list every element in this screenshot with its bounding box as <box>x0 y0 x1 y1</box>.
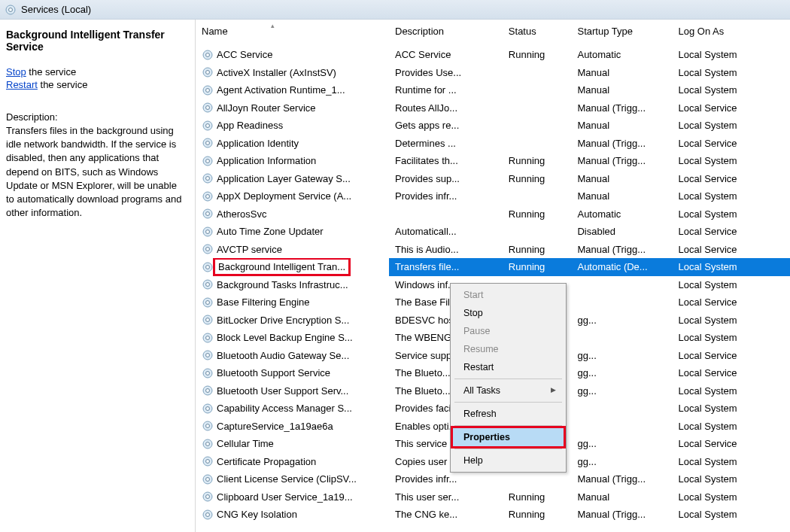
cell-desc: This is Audio... <box>389 241 503 259</box>
menu-refresh[interactable]: Refresh <box>453 405 564 423</box>
service-name-cell[interactable]: Background Tasks Infrastruc... <box>196 276 389 294</box>
table-row[interactable]: Client License Service (ClipSV...Provide… <box>196 470 790 488</box>
menu-properties[interactable]: Properties <box>453 428 564 446</box>
cell-logon: Local System <box>673 152 790 170</box>
table-row[interactable]: ActiveX Installer (AxInstSV)Provides Use… <box>196 64 790 82</box>
service-name-cell[interactable]: Cellular Time <box>196 435 389 453</box>
service-name-label: CaptureService_1a19ae6a <box>217 421 333 432</box>
gear-icon <box>202 120 214 132</box>
service-name-cell[interactable]: CNG Key Isolation <box>196 506 389 524</box>
service-name-cell[interactable]: Background Intelligent Tran... <box>196 258 389 276</box>
cell-startup <box>571 418 672 436</box>
col-description[interactable]: Description <box>389 20 503 46</box>
menu-alltasks[interactable]: All Tasks ▶ <box>453 382 564 400</box>
service-name-cell[interactable]: Bluetooth User Support Serv... <box>196 382 389 400</box>
service-name-cell[interactable]: Bluetooth Support Service <box>196 364 389 382</box>
service-name-cell[interactable]: Certificate Propagation <box>196 453 389 471</box>
table-row[interactable]: AtherosSvcRunningAutomaticLocal System <box>196 205 790 223</box>
cell-startup: gg... <box>571 435 672 453</box>
svg-point-13 <box>206 141 210 145</box>
cell-desc: Provides Use... <box>389 64 503 82</box>
service-name-cell[interactable]: Base Filtering Engine <box>196 293 389 312</box>
table-row[interactable]: Agent Activation Runtime_1...Runtime for… <box>196 81 790 99</box>
table-row[interactable]: Clipboard User Service_1a19...This user … <box>196 488 790 506</box>
cell-logon: Local System <box>673 312 790 330</box>
service-name-cell[interactable]: BitLocker Drive Encryption S... <box>196 312 389 330</box>
service-name-cell[interactable]: Application Identity <box>196 135 389 153</box>
cell-logon: Local Service <box>673 364 790 382</box>
stop-link[interactable]: Stop <box>6 66 26 78</box>
cell-desc: Automaticall... <box>389 223 503 241</box>
cell-desc: Provides infr... <box>389 470 503 488</box>
menu-help[interactable]: Help <box>453 451 564 470</box>
svg-point-45 <box>206 424 210 428</box>
cell-logon: Local Service <box>673 241 790 259</box>
svg-point-5 <box>206 71 210 74</box>
service-name-cell[interactable]: Client License Service (ClipSV... <box>196 470 389 488</box>
gear-icon <box>202 385 214 397</box>
col-startup[interactable]: Startup Type <box>571 20 672 46</box>
cell-startup <box>571 400 672 418</box>
cell-desc: Routes AllJo... <box>389 99 503 117</box>
service-name-label: BitLocker Drive Encryption S... <box>217 315 349 326</box>
restart-link[interactable]: Restart <box>6 79 38 90</box>
svg-point-23 <box>206 230 210 233</box>
menu-stop[interactable]: Stop <box>453 304 564 322</box>
service-name-label: AllJoyn Router Service <box>217 102 316 114</box>
table-row[interactable]: AllJoyn Router ServiceRoutes AllJo...Man… <box>196 99 790 117</box>
service-name-label: AtherosSvc <box>217 208 266 220</box>
service-name-cell[interactable]: Block Level Backup Engine S... <box>196 329 389 347</box>
menu-restart[interactable]: Restart <box>453 358 564 376</box>
column-headers[interactable]: Name▴ Description Status Startup Type Lo… <box>196 20 790 46</box>
service-name-cell[interactable]: App Readiness <box>196 117 389 135</box>
cell-status <box>503 117 572 135</box>
cell-startup: gg... <box>571 453 672 471</box>
table-row[interactable]: Auto Time Zone UpdaterAutomaticall...Dis… <box>196 223 790 241</box>
service-name-cell[interactable]: Capability Access Manager S... <box>196 400 389 418</box>
service-name-label: Application Layer Gateway S... <box>217 173 351 184</box>
table-row[interactable]: Application InformationFacilitates th...… <box>196 152 790 170</box>
service-name-cell[interactable]: Clipboard User Service_1a19... <box>196 488 389 506</box>
service-name-cell[interactable]: AppX Deployment Service (A... <box>196 187 389 205</box>
service-name-cell[interactable]: Bluetooth Audio Gateway Se... <box>196 347 389 365</box>
table-row[interactable]: Application Layer Gateway S...Provides s… <box>196 170 790 188</box>
menu-start[interactable]: Start <box>453 286 564 304</box>
service-name-cell[interactable]: Application Information <box>196 152 389 170</box>
gear-icon <box>202 49 214 61</box>
cell-logon: Local System <box>673 470 790 488</box>
cell-startup <box>571 293 672 312</box>
service-name-cell[interactable]: AllJoyn Router Service <box>196 99 389 117</box>
menu-pause[interactable]: Pause <box>453 322 564 340</box>
col-logon[interactable]: Log On As <box>673 20 790 46</box>
svg-point-33 <box>206 318 210 322</box>
table-row[interactable]: CNG Key IsolationThe CNG ke...RunningMan… <box>196 506 790 524</box>
cell-startup: Manual (Trigg... <box>571 99 672 117</box>
table-row[interactable]: Application IdentityDetermines ...Manual… <box>196 135 790 153</box>
table-row[interactable]: AppX Deployment Service (A...Provides in… <box>196 187 790 205</box>
table-row[interactable]: ACC ServiceACC ServiceRunningAutomaticLo… <box>196 46 790 64</box>
col-status[interactable]: Status <box>503 20 572 46</box>
service-name-cell[interactable]: AtherosSvc <box>196 205 389 223</box>
service-name-cell[interactable]: Agent Activation Runtime_1... <box>196 81 389 99</box>
services-list: Name▴ Description Status Startup Type Lo… <box>196 20 790 532</box>
table-row[interactable]: AVCTP serviceThis is Audio...RunningManu… <box>196 241 790 259</box>
table-row[interactable]: App ReadinessGets apps re...ManualLocal … <box>196 117 790 135</box>
table-row[interactable]: Background Intelligent Tran...Transfers … <box>196 258 790 276</box>
cell-startup: gg... <box>571 364 672 382</box>
service-name-cell[interactable]: ActiveX Installer (AxInstSV) <box>196 64 389 82</box>
cell-desc: Runtime for ... <box>389 81 503 99</box>
col-name[interactable]: Name▴ <box>196 20 389 46</box>
service-name-cell[interactable]: AVCTP service <box>196 241 389 259</box>
service-name-cell[interactable]: CaptureService_1a19ae6a <box>196 418 389 436</box>
selected-service-title: Background Intelligent Transfer Service <box>6 29 186 53</box>
service-name-label: AppX Deployment Service (A... <box>217 190 351 202</box>
svg-point-27 <box>206 265 210 269</box>
cell-desc: The CNG ke... <box>389 506 503 524</box>
svg-point-31 <box>206 300 210 304</box>
gear-icon <box>202 137 214 149</box>
service-name-cell[interactable]: ACC Service <box>196 46 389 64</box>
service-name-cell[interactable]: Application Layer Gateway S... <box>196 170 389 188</box>
cell-logon: Local System <box>673 205 790 223</box>
menu-resume[interactable]: Resume <box>453 340 564 358</box>
service-name-cell[interactable]: Auto Time Zone Updater <box>196 223 389 241</box>
